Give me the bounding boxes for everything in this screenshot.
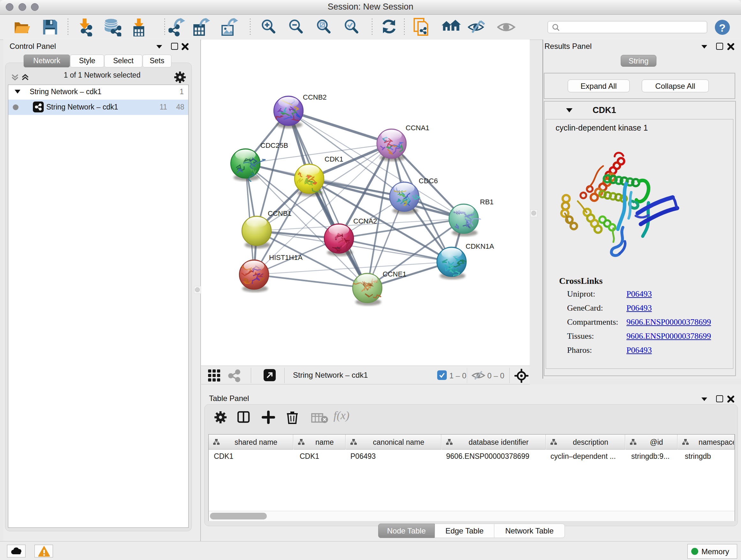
svg-text:CDC6: CDC6 bbox=[419, 177, 438, 185]
svg-text:CCNE1: CCNE1 bbox=[383, 270, 407, 278]
svg-text:HIST1H1A: HIST1H1A bbox=[269, 253, 302, 261]
svg-text:CCNA2: CCNA2 bbox=[353, 217, 377, 225]
svg-text:RB1: RB1 bbox=[480, 198, 494, 206]
svg-text:CCNB2: CCNB2 bbox=[303, 93, 327, 101]
svg-text:CCNA1: CCNA1 bbox=[406, 124, 429, 132]
svg-text:CDKN1A: CDKN1A bbox=[466, 242, 494, 250]
svg-text:CDC25B: CDC25B bbox=[260, 141, 288, 149]
svg-text:CDK1: CDK1 bbox=[325, 155, 343, 163]
svg-text:CCNB1: CCNB1 bbox=[268, 209, 292, 217]
